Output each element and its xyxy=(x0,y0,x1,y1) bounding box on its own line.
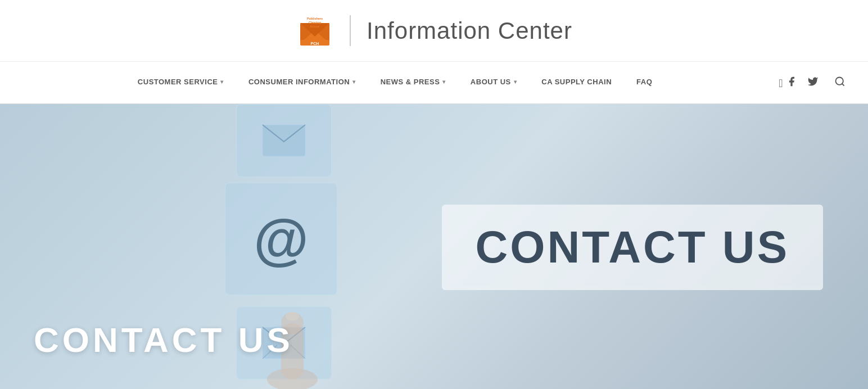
at-symbol-icon: @ xyxy=(254,207,309,272)
nav-item-news-press[interactable]: NEWS & PRESS ▾ xyxy=(368,62,458,104)
nav-social-area:  xyxy=(779,76,846,90)
nav-label-consumer-information: CONSUMER INFORMATION xyxy=(248,78,350,86)
logo-area: PCH Publishers Clearing House Informatio… xyxy=(296,12,572,50)
hero-section: @ CONTACT US CON xyxy=(0,104,868,389)
hero-contact-overlay-text: CONTACT US xyxy=(34,320,293,360)
hero-tile-top xyxy=(236,104,332,177)
chevron-down-icon: ▾ xyxy=(352,79,356,85)
nav-items: CUSTOMER SERVICE ▾ CONSUMER INFORMATION … xyxy=(22,62,767,104)
svg-text:Publishers: Publishers xyxy=(307,17,323,20)
nav-label-about-us: ABOUT US xyxy=(471,78,511,86)
info-center-title: Information Center xyxy=(367,17,572,44)
nav-item-ca-supply-chain[interactable]: CA SUPPLY CHAIN xyxy=(529,62,624,104)
nav-label-news-press: NEWS & PRESS xyxy=(381,78,440,86)
nav-item-faq[interactable]: FAQ xyxy=(624,62,664,104)
chevron-down-icon: ▾ xyxy=(514,79,517,85)
nav-label-faq: FAQ xyxy=(636,78,652,86)
hero-contact-button-box: CONTACT US xyxy=(442,205,823,290)
chevron-down-icon: ▾ xyxy=(442,79,446,85)
pch-logo[interactable]: PCH Publishers Clearing House xyxy=(296,12,334,50)
facebook-icon[interactable]:  xyxy=(779,76,797,90)
hero-tile-mid: @ xyxy=(225,183,337,295)
twitter-icon[interactable] xyxy=(807,76,819,90)
nav-label-ca-supply-chain: CA SUPPLY CHAIN xyxy=(541,78,612,86)
chevron-down-icon: ▾ xyxy=(220,79,224,85)
svg-text:PCH: PCH xyxy=(311,42,319,46)
svg-point-9 xyxy=(836,77,843,84)
search-icon[interactable] xyxy=(834,76,846,90)
hero-contact-overlay-label: CONTACT US xyxy=(34,320,293,359)
main-nav: CUSTOMER SERVICE ▾ CONSUMER INFORMATION … xyxy=(0,62,868,104)
site-header: PCH Publishers Clearing House Informatio… xyxy=(0,0,868,62)
svg-text:Clearing: Clearing xyxy=(309,21,321,24)
hero-contact-text: CONTACT US xyxy=(476,222,789,272)
logo-divider xyxy=(350,15,351,46)
nav-item-customer-service[interactable]: CUSTOMER SERVICE ▾ xyxy=(125,62,236,104)
svg-text:House: House xyxy=(310,25,320,28)
nav-label-customer-service: CUSTOMER SERVICE xyxy=(138,78,218,86)
svg-line-10 xyxy=(842,83,844,85)
nav-item-about-us[interactable]: ABOUT US ▾ xyxy=(458,62,529,104)
nav-item-consumer-information[interactable]: CONSUMER INFORMATION ▾ xyxy=(236,62,368,104)
